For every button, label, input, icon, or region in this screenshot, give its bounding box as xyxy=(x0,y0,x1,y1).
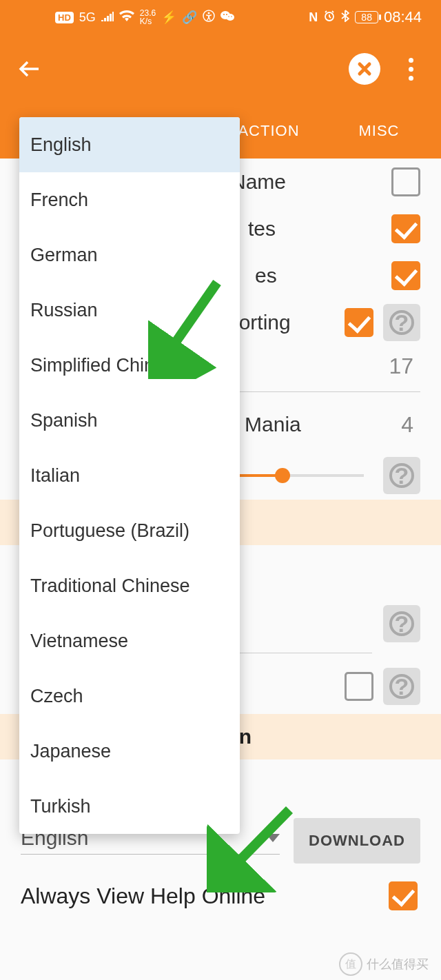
slider-track[interactable] xyxy=(234,474,364,477)
setting-label: Name xyxy=(231,170,383,194)
speed-indicator: 23.6 K/s xyxy=(140,9,156,25)
dropdown-item-czech[interactable]: Czech xyxy=(19,668,240,724)
dropdown-item-vietnamese[interactable]: Vietnamese xyxy=(19,613,240,668)
speed-unit: K/s xyxy=(140,17,156,25)
setting-label: e Mania xyxy=(227,413,401,436)
wechat-icon xyxy=(220,10,234,25)
dropdown-item-italian[interactable]: Italian xyxy=(19,448,240,503)
checkbox-checked[interactable] xyxy=(391,261,420,290)
dropdown-item-english[interactable]: English xyxy=(19,117,240,172)
watermark-icon: 值 xyxy=(339,952,362,976)
value-text: 4 xyxy=(401,412,413,438)
dropdown-item-spanish[interactable]: Spanish xyxy=(19,393,240,448)
nfc-icon: N xyxy=(309,10,318,25)
dropdown-item-japanese[interactable]: Japanese xyxy=(19,724,240,779)
svg-point-1 xyxy=(208,12,210,14)
setting-label: es xyxy=(255,264,383,287)
setting-label: tes xyxy=(248,217,383,241)
status-bar: HD 5G 23.6 K/s ⚡ 🔗 N 88 08:44 xyxy=(0,0,441,34)
divider xyxy=(234,653,372,653)
dropdown-item-french[interactable]: French xyxy=(19,172,240,227)
dropdown-item-traditional-chinese[interactable]: Traditional Chinese xyxy=(19,558,240,613)
overflow-menu-button[interactable] xyxy=(394,52,427,85)
checkbox-checked[interactable] xyxy=(345,308,373,337)
status-right: N 88 08:44 xyxy=(309,8,422,26)
svg-line-10 xyxy=(222,810,289,879)
battery-indicator: 88 xyxy=(355,11,378,23)
accessibility-icon xyxy=(203,10,215,25)
language-dropdown-menu[interactable]: English French German Russian Simplified… xyxy=(19,117,240,834)
svg-point-4 xyxy=(223,14,225,15)
help-button[interactable]: ? xyxy=(383,605,420,642)
bluetooth-icon xyxy=(341,10,349,25)
hd-badge: HD xyxy=(55,12,74,23)
status-left: HD 5G 23.6 K/s ⚡ 🔗 xyxy=(55,9,234,25)
clock: 08:44 xyxy=(384,8,422,26)
link-icon: 🔗 xyxy=(182,10,197,25)
back-button[interactable] xyxy=(14,52,47,85)
watermark-text: 什么值得买 xyxy=(367,956,429,972)
svg-point-5 xyxy=(226,14,227,15)
network-label: 5G xyxy=(79,10,96,25)
value-text: 17 xyxy=(389,354,413,379)
setting-label: porting xyxy=(227,311,336,334)
alarm-icon xyxy=(323,10,336,25)
help-button[interactable]: ? xyxy=(383,668,420,705)
annotation-arrow-top xyxy=(148,276,231,382)
dropdown-item-german[interactable]: German xyxy=(19,227,240,283)
checkbox-unchecked[interactable] xyxy=(345,672,373,701)
svg-point-7 xyxy=(231,16,232,17)
svg-point-6 xyxy=(228,16,229,17)
slider-thumb[interactable] xyxy=(275,468,290,483)
checkbox-checked[interactable] xyxy=(389,881,418,910)
annotation-arrow-bottom xyxy=(207,803,303,895)
tab-misc[interactable]: MISC xyxy=(324,122,434,140)
bolt-icon: ⚡ xyxy=(161,10,176,25)
help-button[interactable]: ? xyxy=(383,457,420,494)
download-button[interactable]: DOWNLOAD xyxy=(294,818,420,864)
svg-line-9 xyxy=(161,283,217,364)
signal-icon xyxy=(101,10,114,25)
checkbox-checked[interactable] xyxy=(391,214,420,243)
battery-value: 88 xyxy=(361,12,372,23)
dropdown-item-portuguese-brazil[interactable]: Portuguese (Brazil) xyxy=(19,503,240,558)
checkbox-unchecked[interactable] xyxy=(391,167,420,196)
close-button[interactable] xyxy=(349,53,380,85)
wifi-icon xyxy=(119,10,134,25)
help-button[interactable]: ? xyxy=(383,304,420,341)
app-bar xyxy=(0,34,441,103)
watermark: 值 什么值得买 xyxy=(339,952,429,976)
divider xyxy=(234,391,420,392)
